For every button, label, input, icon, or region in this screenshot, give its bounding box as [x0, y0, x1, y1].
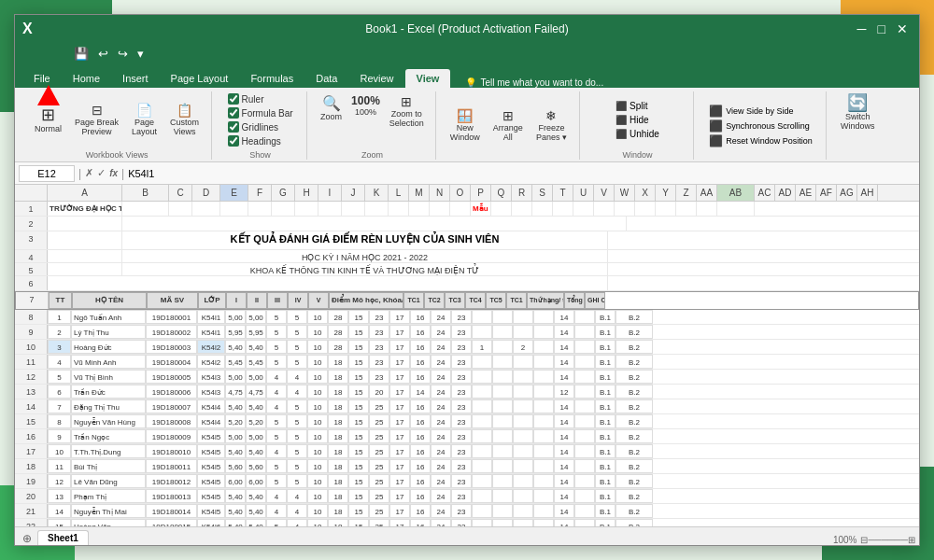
- minimize-btn[interactable]: ─: [854, 21, 870, 36]
- cell-d9-16[interactable]: 24: [431, 429, 451, 443]
- cell-d1-14[interactable]: 5,40: [225, 399, 246, 413]
- cell-TongFien-header[interactable]: Tổng điểm: [564, 292, 585, 309]
- cell-d1-20[interactable]: 5,40: [225, 489, 246, 503]
- cell-diem-13[interactable]: [574, 385, 595, 399]
- cell-v4-11[interactable]: [533, 355, 554, 369]
- cell-i2-8[interactable]: 5: [287, 310, 307, 324]
- cell-tong-22[interactable]: 14: [554, 519, 574, 526]
- gridlines-check[interactable]: Gridlines: [228, 121, 293, 133]
- cell-v1-19[interactable]: [472, 474, 492, 488]
- cell-i1-13[interactable]: 4: [266, 385, 287, 399]
- cell-d8-16[interactable]: 16: [410, 429, 431, 443]
- cell-ghi2-18[interactable]: B.2: [616, 459, 653, 473]
- cell-d8-12[interactable]: 16: [410, 370, 431, 384]
- cell-i2-11[interactable]: 5: [287, 355, 307, 369]
- cell-d7-10[interactable]: 17: [389, 340, 410, 354]
- save-icon[interactable]: 💾: [71, 46, 92, 62]
- cell-d8-15[interactable]: 16: [410, 414, 431, 428]
- cell-d3-17[interactable]: 10: [307, 444, 328, 458]
- cell-tong-11[interactable]: 14: [554, 355, 574, 369]
- tab-data[interactable]: Data: [304, 69, 348, 88]
- cell-AA1[interactable]: [697, 202, 717, 216]
- tab-page-layout[interactable]: Page Layout: [160, 69, 240, 88]
- cell-tong-12[interactable]: 14: [554, 370, 574, 384]
- cell-v4-10[interactable]: [533, 340, 554, 354]
- cell-d1-8[interactable]: 5,00: [225, 310, 246, 324]
- cell-F1[interactable]: [248, 202, 272, 216]
- cell-V1[interactable]: [594, 202, 615, 216]
- cell-d8-22[interactable]: 16: [410, 519, 431, 526]
- cell-title[interactable]: KẾT QUẢ ĐÁNH GIÁ ĐIỂM RÈN LUYỆN CỦA SINH…: [122, 231, 608, 249]
- cell-v4-14[interactable]: [533, 399, 554, 413]
- cell-i2-21[interactable]: 4: [287, 504, 307, 518]
- name-box[interactable]: [19, 165, 75, 182]
- cell-A4[interactable]: [48, 250, 122, 262]
- cell-i1-19[interactable]: 5: [266, 474, 287, 488]
- cell-TC4-header[interactable]: TC4: [465, 292, 486, 309]
- cell-v2-21[interactable]: [492, 504, 513, 518]
- col-I[interactable]: I: [318, 185, 342, 201]
- cell-d2-16[interactable]: 5,00: [246, 429, 266, 443]
- cell-ghi1-15[interactable]: B.1: [595, 414, 616, 428]
- tab-view[interactable]: View: [405, 69, 451, 88]
- tab-file[interactable]: File: [22, 69, 62, 88]
- cell-lop-19[interactable]: K54l5: [197, 474, 225, 488]
- cell-hoten-22[interactable]: Hoàng Văn: [71, 519, 146, 526]
- cell-d4-20[interactable]: 18: [328, 489, 348, 503]
- cell-hoten-17[interactable]: T.Th.Thị.Dung: [71, 444, 146, 458]
- cell-v3-20[interactable]: [513, 489, 533, 503]
- cell-d9-19[interactable]: 24: [431, 474, 451, 488]
- cell-lop-22[interactable]: K54l6: [197, 519, 225, 526]
- col-AA[interactable]: AA: [697, 185, 717, 201]
- cell-d9-21[interactable]: 24: [431, 504, 451, 518]
- ruler-check[interactable]: Ruler: [228, 93, 293, 105]
- cell-ThuHang-header[interactable]: Thứ hạng/ thi lại: [527, 292, 564, 309]
- cell-d5-10[interactable]: 15: [348, 340, 369, 354]
- cell-tt-15[interactable]: 8: [48, 414, 71, 428]
- cell-v1-11[interactable]: [472, 355, 492, 369]
- cell-S1[interactable]: [532, 202, 553, 216]
- cell-lop-17[interactable]: K54l5: [197, 444, 225, 458]
- cell-v3-9[interactable]: [513, 325, 533, 339]
- cell-d1-19[interactable]: 6,00: [225, 474, 246, 488]
- cell-TC2-header[interactable]: TC2: [424, 292, 445, 309]
- cell-tt-22[interactable]: 15: [48, 519, 71, 526]
- cell-v2-13[interactable]: [492, 385, 513, 399]
- cell-J1[interactable]: [342, 202, 365, 216]
- cell-d4-22[interactable]: 18: [328, 519, 348, 526]
- cell-tt-21[interactable]: 14: [48, 504, 71, 518]
- cell-d3-21[interactable]: 10: [307, 504, 328, 518]
- cell-tt-8[interactable]: 1: [48, 310, 71, 324]
- col-U[interactable]: U: [573, 185, 594, 201]
- cell-d7-14[interactable]: 17: [389, 399, 410, 413]
- cell-GhiChu-header[interactable]: GHI CHÚ: [585, 292, 605, 309]
- cell-ghi2-20[interactable]: B.2: [616, 489, 653, 503]
- zoom-btn[interactable]: 🔍 Zoom: [317, 91, 346, 131]
- cell-d2-13[interactable]: 4,75: [246, 385, 266, 399]
- cell-v1-16[interactable]: [472, 429, 492, 443]
- cell-d7-11[interactable]: 17: [389, 355, 410, 369]
- cell-lop-14[interactable]: K54l4: [197, 399, 225, 413]
- cell-d3-22[interactable]: 10: [307, 519, 328, 526]
- cell-d5-22[interactable]: 15: [348, 519, 369, 526]
- cell-d4-21[interactable]: 18: [328, 504, 348, 518]
- cell-ghi1-12[interactable]: B.1: [595, 370, 616, 384]
- cell-v2-9[interactable]: [492, 325, 513, 339]
- headings-check[interactable]: Headings: [228, 135, 293, 147]
- cell-ghi1-14[interactable]: B.1: [595, 399, 616, 413]
- cell-v3-19[interactable]: [513, 474, 533, 488]
- cell-d2-14[interactable]: 5,40: [246, 399, 266, 413]
- col-G[interactable]: G: [272, 185, 295, 201]
- cell-ghi2-22[interactable]: B.2: [616, 519, 653, 526]
- cell-v3-18[interactable]: [513, 459, 533, 473]
- cell-masv-21[interactable]: 19D180014: [146, 504, 197, 518]
- cell-tt-16[interactable]: 9: [48, 429, 71, 443]
- cell-III-header[interactable]: III: [267, 292, 288, 309]
- cell-Q1[interactable]: [491, 202, 512, 216]
- cell-d4-16[interactable]: 18: [328, 429, 348, 443]
- confirm-formula-icon[interactable]: ✓: [97, 167, 106, 179]
- sheet-tab-1[interactable]: Sheet1: [37, 530, 89, 545]
- cell-d1-13[interactable]: 4,75: [225, 385, 246, 399]
- cell-d4-18[interactable]: 18: [328, 459, 348, 473]
- cell-d6-19[interactable]: 25: [369, 474, 389, 488]
